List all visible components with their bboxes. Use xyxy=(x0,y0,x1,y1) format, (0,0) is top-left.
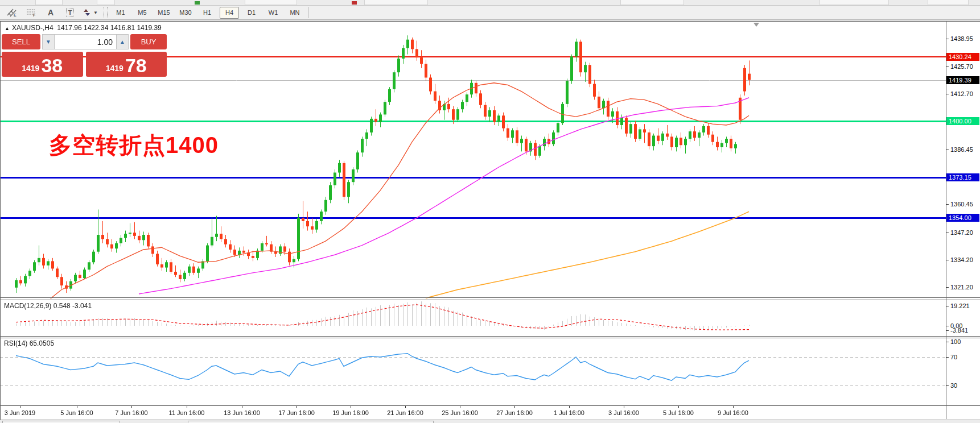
volume-decrease-button[interactable]: ▼ xyxy=(42,34,55,49)
svg-text:E: E xyxy=(14,13,17,17)
one-click-trading-panel: SELL ▼ ▲ BUY 1419 38 1419 78 xyxy=(2,34,167,77)
text-tool-icon[interactable]: T xyxy=(61,7,79,18)
price-axis-tick: 1438.95 xyxy=(950,35,973,42)
price-axis-tick-mark xyxy=(946,287,949,288)
sell-price-small: 1419 xyxy=(22,64,39,73)
time-axis-tick-mark xyxy=(20,406,20,408)
fibonacci-icon[interactable]: F xyxy=(23,7,40,18)
sell-price-big: 38 xyxy=(41,56,63,75)
buy-price-small: 1419 xyxy=(106,64,123,73)
time-axis-tick-mark xyxy=(297,406,297,408)
timeframe-button-m30[interactable]: M30 xyxy=(176,7,195,18)
timeframe-button-w1[interactable]: W1 xyxy=(264,7,282,18)
price-level-tag: 1430.24 xyxy=(946,53,979,61)
timeframe-button-h4[interactable]: H4 xyxy=(220,7,239,19)
time-axis-tick-mark xyxy=(624,406,624,408)
clipped-toolbar-button xyxy=(245,0,297,5)
time-axis-tick-mark xyxy=(242,406,242,408)
volume-increase-button[interactable]: ▲ xyxy=(116,34,129,49)
price-axis-tick: 1425.70 xyxy=(950,63,973,70)
equidistant-channel-icon[interactable]: E xyxy=(3,7,20,18)
time-axis-tick-mark xyxy=(131,406,132,408)
rsi-axis-tick: 70 xyxy=(950,354,957,360)
time-axis-label: 9 Jul 16:00 xyxy=(718,409,748,416)
buy-quote[interactable]: 1419 78 xyxy=(86,52,167,77)
time-axis-tick-mark xyxy=(405,406,406,408)
timeframe-button-h1[interactable]: H1 xyxy=(198,7,216,18)
time-axis-tick-mark xyxy=(77,406,77,408)
clipped-toolbar-button xyxy=(35,0,63,5)
time-axis-tick-mark xyxy=(187,406,187,408)
panel-border xyxy=(0,21,980,22)
clipped-tab xyxy=(2,421,120,423)
macd-axis-tick-mark xyxy=(946,330,949,331)
panel-border[interactable] xyxy=(0,297,980,298)
panel-border xyxy=(0,405,980,406)
arrows-icon[interactable]: ▼ xyxy=(81,7,100,18)
rsi-axis-tick-mark xyxy=(946,385,949,386)
macd-axis-tick: -3.841 xyxy=(950,327,968,334)
timeframe-button-d1[interactable]: D1 xyxy=(242,7,261,18)
macd-values: 0.548 -3.041 xyxy=(53,302,92,310)
volume-input[interactable] xyxy=(55,35,116,49)
price-axis-tick: 1334.20 xyxy=(950,256,973,263)
price-axis-tick-mark xyxy=(946,260,949,260)
sell-quote[interactable]: 1419 38 xyxy=(2,52,83,77)
price-axis-tick: 1321.20 xyxy=(950,284,973,291)
sell-button[interactable]: SELL xyxy=(2,34,40,49)
panel-border[interactable] xyxy=(0,338,980,338)
buy-button[interactable]: BUY xyxy=(130,34,167,49)
panel-border xyxy=(0,22,1,420)
timeframe-button-m5[interactable]: M5 xyxy=(133,7,151,18)
toolbar-separator xyxy=(104,7,108,18)
time-axis-label: 13 Jun 16:00 xyxy=(224,409,260,416)
price-axis-tick-mark xyxy=(946,233,949,233)
volume-box xyxy=(55,34,116,49)
chart-toolbar: EFAT▼ M1M5M15M30H1H4D1W1MN xyxy=(0,6,980,20)
clipped-toolbar-button xyxy=(820,0,889,5)
macd-label: MACD(12,26,9) 0.548 -3.041 xyxy=(4,302,92,310)
panel-border[interactable] xyxy=(0,336,980,337)
rsi-axis-tick: 100 xyxy=(950,338,961,345)
price-level-tag: 1354.00 xyxy=(946,214,979,222)
panel-border[interactable] xyxy=(0,300,980,300)
price-axis-tick: 1360.45 xyxy=(950,201,973,208)
price-axis-tick-mark xyxy=(946,94,949,94)
time-axis-label: 27 Jun 16:00 xyxy=(496,409,533,416)
time-axis-tick-mark xyxy=(569,406,570,408)
timeframe-button-mn[interactable]: MN xyxy=(286,7,304,18)
macd-axis-tick: 19.221 xyxy=(950,302,970,309)
trading-terminal-window: EFAT▼ M1M5M15M30H1H4D1W1MN 1438.951425.7… xyxy=(0,0,980,423)
clipped-toolbar-button xyxy=(97,0,115,5)
time-axis-tick-mark xyxy=(678,406,679,408)
price-axis-tick-mark xyxy=(946,204,949,205)
text-label-icon[interactable]: A xyxy=(42,7,59,18)
chart-shift-marker-icon[interactable] xyxy=(753,23,759,27)
price-axis-tick-mark xyxy=(946,39,949,39)
rsi-axis-tick-mark xyxy=(946,342,949,342)
price-level-tag: 1400.00 xyxy=(946,117,979,125)
timeframe-button-m15[interactable]: M15 xyxy=(155,7,173,18)
timeframe-button-m1[interactable]: M1 xyxy=(112,7,130,18)
price-level-tag: 1419.39 xyxy=(946,76,979,84)
time-axis-tick-mark xyxy=(460,406,460,408)
rsi-axis-tick-mark xyxy=(946,357,949,358)
collapse-arrow-icon[interactable]: ▲ xyxy=(5,26,10,31)
chart-symbol-period: XAUUSD-,H4 xyxy=(12,24,53,32)
rsi-label: RSI(14) 65.0505 xyxy=(4,339,54,347)
time-axis-label: 25 Jun 16:00 xyxy=(442,409,478,416)
price-axis-tick: 1412.70 xyxy=(950,90,973,97)
macd-axis-tick-mark xyxy=(946,306,949,306)
clipped-tab xyxy=(188,421,434,423)
time-axis-label: 5 Jul 16:00 xyxy=(663,409,694,416)
time-axis-tick-mark xyxy=(733,406,734,408)
clipped-toolbar-row xyxy=(0,0,980,6)
svg-text:F: F xyxy=(33,13,36,17)
chart-annotation: 多空转折点1400 xyxy=(49,130,219,161)
buy-price-big: 78 xyxy=(125,56,147,75)
time-axis-label: 5 Jun 16:00 xyxy=(60,409,93,416)
time-axis-label: 3 Jun 2019 xyxy=(5,409,35,416)
time-axis-label: 3 Jul 16:00 xyxy=(608,409,639,416)
clipped-toolbar-button xyxy=(364,0,428,5)
clipped-toolbar-button xyxy=(928,0,969,5)
